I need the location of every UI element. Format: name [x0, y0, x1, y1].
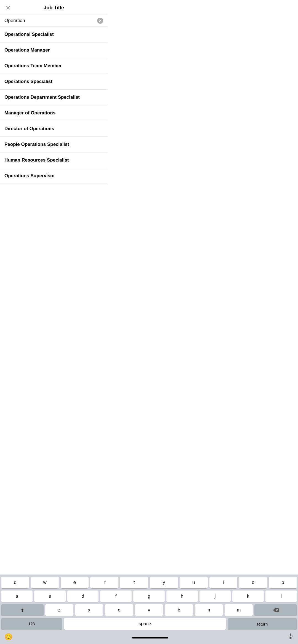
result-item[interactable]: Operations Team Member [0, 58, 108, 74]
page-title: Job Title [44, 5, 64, 11]
result-item[interactable]: Human Resources Specialist [0, 152, 108, 168]
result-item[interactable]: Operations Specialist [0, 74, 108, 90]
result-item[interactable]: Director of Operations [0, 121, 108, 137]
result-item[interactable]: Operations Supervisor [0, 168, 108, 184]
result-item[interactable]: Manager of Operations [0, 105, 108, 121]
result-item[interactable]: Operations Manager [0, 42, 108, 58]
result-item[interactable]: People Operations Specialist [0, 137, 108, 152]
header: ✕ Job Title [0, 0, 108, 15]
result-item[interactable]: Operational Specialist [0, 27, 108, 42]
close-button[interactable]: ✕ [6, 5, 10, 11]
result-item[interactable]: Operations Department Specialist [0, 90, 108, 105]
results-list: Operational SpecialistOperations Manager… [0, 27, 108, 184]
clear-button[interactable] [97, 18, 103, 24]
search-bar [0, 15, 108, 27]
search-input[interactable] [4, 18, 97, 23]
